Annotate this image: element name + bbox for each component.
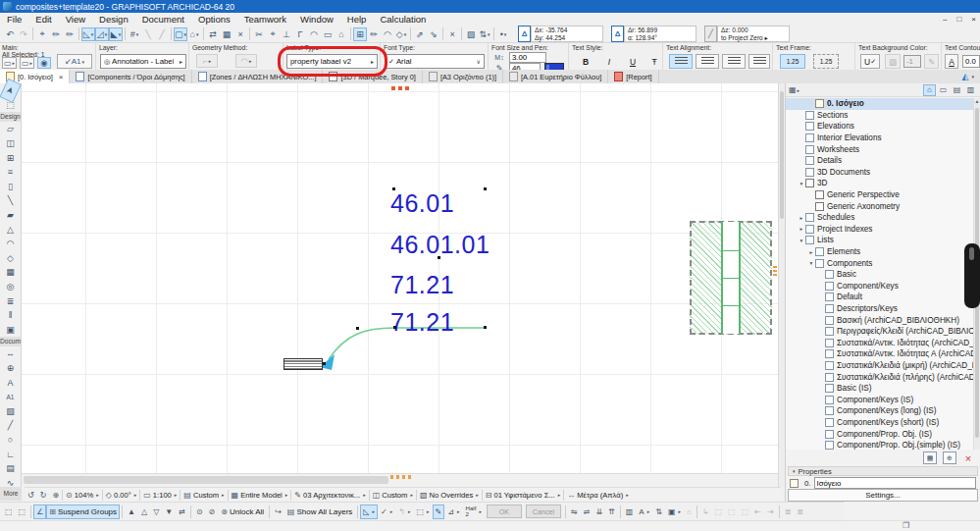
contour-toggle[interactable]: A — [945, 54, 958, 69]
gravity-icon[interactable]: ◺▾ — [81, 27, 95, 41]
bring-to-front[interactable]: ▲ — [125, 504, 138, 519]
frame-on-button[interactable]: 1.25 — [780, 54, 805, 69]
zoom-level[interactable]: ⊙104%▸ — [63, 489, 102, 502]
label-tool-indicator[interactable]: ↙A1▾ — [57, 54, 92, 69]
align-left[interactable]: ↳ — [699, 504, 712, 519]
lower-story-icon[interactable]: ⇘ — [427, 27, 440, 41]
floor-plan-canvas[interactable]: 46.0146.01.0171.2171.21 — [22, 83, 778, 487]
align-right-button[interactable] — [722, 54, 746, 69]
clear-icon[interactable]: × — [233, 27, 247, 41]
maximize-icon[interactable]: □ — [956, 15, 961, 24]
tab-6[interactable]: [Report] — [608, 70, 658, 83]
snap-reference[interactable]: ⊿▸ — [444, 504, 462, 519]
view-map-icon[interactable]: ▭ — [937, 84, 950, 96]
settings-dialog-icon[interactable]: ▭▸ — [2, 57, 17, 69]
render-preview-icon[interactable]: ▨ — [464, 27, 478, 41]
marquee-options-icon[interactable]: ▢▾ — [174, 27, 187, 41]
slab-tool[interactable]: ▰ — [0, 208, 21, 223]
beam-tool[interactable]: ╲ — [0, 193, 21, 208]
split-icon[interactable]: ✂ — [252, 27, 266, 41]
pen-set[interactable]: ✎03 Αρχιτεκτονικ...▸ — [291, 489, 368, 502]
tree-item-26[interactable]: Component/Keys (IS) — [786, 394, 973, 405]
unlock-elements[interactable]: ⊘ — [206, 504, 219, 519]
home-story[interactable]: ⌂ — [684, 504, 695, 519]
minimize-icon[interactable]: – — [943, 15, 947, 24]
polyline-tool[interactable]: ∟ — [0, 447, 21, 461]
inject-parameters-icon[interactable]: ✏ — [49, 27, 63, 41]
export-settings[interactable]: ⇈ — [605, 504, 618, 519]
guide-lines-toggle[interactable]: ↰▸ — [395, 504, 413, 519]
bg-color-icon[interactable]: ✎ — [924, 54, 939, 69]
transfer-parameters[interactable]: ⇋ — [568, 504, 581, 519]
tree-item-7[interactable]: ▾3D — [786, 178, 973, 189]
save-view-icon[interactable]: ▦ — [923, 451, 937, 464]
vscroll-thumb[interactable] — [780, 91, 784, 219]
underline-button[interactable]: U — [625, 54, 641, 69]
cancel-button[interactable]: Cancel — [526, 504, 561, 518]
favorites-icon[interactable]: ▭▸ — [20, 57, 34, 69]
tab-1[interactable]: [Components / Όροι Δόμησης] — [70, 70, 191, 83]
grid-snap-icon[interactable]: ⊞ — [353, 27, 367, 41]
tree-item-1[interactable]: Sections — [786, 110, 973, 122]
column-tool[interactable]: ▯ — [0, 180, 21, 194]
clone-folder-icon[interactable]: ⊕ — [943, 451, 956, 464]
send-backward[interactable]: ▽ — [150, 504, 162, 519]
tree-item-20[interactable]: Περιγραφείς/Κλειδί (ArchiCAD_ΒΙΒΛΙΟΘΗΚΗ) — [786, 326, 973, 338]
unlock-all[interactable]: ⊛Unlock All — [218, 504, 267, 519]
strikethrough-button[interactable]: Ŧ — [646, 54, 662, 69]
orientation[interactable]: ◇0.00°▸ — [103, 489, 140, 502]
italic-button[interactable]: I — [601, 54, 617, 69]
fill-tool[interactable]: ▨ — [0, 403, 21, 418]
tree-item-28[interactable]: Component/Keys (short) (IS) — [786, 417, 973, 429]
tab-3[interactable]: [3D / Marquee, Story 0] — [323, 70, 422, 83]
curve-edit-icon[interactable]: ◠ — [307, 27, 321, 41]
previous-zoom[interactable]: ↺ — [25, 489, 37, 502]
edit-elements[interactable]: ∠ — [33, 504, 46, 519]
font-size-field[interactable]: 3.00 — [509, 52, 546, 63]
align-center[interactable]: ⬚ — [712, 504, 726, 519]
tab-5[interactable]: [A.01 Ευρετήριο Φύλλου] — [503, 70, 608, 83]
guide-segment-icon[interactable]: ╱ — [155, 27, 169, 41]
publisher-sets-icon[interactable]: ▥ — [964, 84, 977, 96]
layout-book-icon[interactable]: ▤ — [951, 84, 963, 96]
snap-grid-icon[interactable]: #▾ — [128, 27, 141, 41]
section-flip-icon[interactable]: ⇅▾ — [478, 27, 491, 41]
tree-item-29[interactable]: Component/Prop. Obj. (IS) — [786, 428, 973, 440]
hide-layer[interactable]: ↪ — [272, 504, 284, 519]
tree-item-13[interactable]: ▸Elements — [786, 246, 973, 258]
tree-item-25[interactable]: Basic (IS) — [786, 383, 973, 395]
story-name-input[interactable] — [814, 477, 976, 489]
inject-parameters-2-icon[interactable]: ✏ — [63, 27, 77, 41]
gravity-status[interactable]: ◺▸ — [360, 504, 378, 519]
tab-4[interactable]: [A3 Οριζόντιο (1)] — [423, 70, 503, 83]
tree-item-19[interactable]: Βασική (ArchiCAD_ΒΙΒΛΙΟΘΗΚΗ) — [786, 314, 973, 326]
tree-item-10[interactable]: ▸Schedules — [786, 212, 973, 224]
menu-teamwork[interactable]: Teamwork — [237, 14, 293, 25]
structure-display[interactable]: ▤Custom▸ — [181, 489, 227, 502]
selection-handle[interactable] — [393, 326, 396, 329]
curtain-wall-tool[interactable]: ≡ — [0, 165, 21, 180]
adjust-icon[interactable]: ⌖ — [266, 27, 280, 41]
bold-button[interactable]: B — [578, 54, 593, 69]
label-type-dropdown[interactable]: property labael v2 ▸ — [286, 54, 378, 69]
mesh-tool[interactable]: ▦ — [0, 265, 21, 280]
model-view-options[interactable]: ◫Custom▸ — [370, 489, 416, 502]
editing-plane[interactable]: ✎ — [433, 504, 445, 519]
horizontal-scrollbar[interactable] — [22, 473, 778, 487]
snap-point-half[interactable]: Half2▸ — [462, 504, 485, 519]
tree-item-4[interactable]: Worksheets — [786, 143, 973, 155]
wall-tool[interactable]: ▱ — [0, 122, 21, 136]
dimension-style[interactable]: ↔Μέτρα (Απλά)▸ — [564, 489, 631, 502]
indent-less[interactable]: ⇤ — [751, 504, 764, 519]
morph-edit-icon[interactable]: ◇▾ — [394, 27, 408, 41]
label-tool[interactable]: A1 — [0, 390, 21, 404]
tree-item-8[interactable]: Generic Perspective — [786, 189, 973, 201]
align-justify[interactable]: ⬚ — [739, 504, 752, 519]
tree-item-12[interactable]: ▾Lists — [786, 235, 973, 246]
tree-item-17[interactable]: Default — [786, 292, 973, 303]
hscroll-thumb[interactable] — [24, 476, 388, 484]
stair-tool[interactable]: ≣ — [0, 293, 21, 308]
circle-tool[interactable]: ○ — [0, 433, 21, 448]
tree-item-9[interactable]: Generic Axonometry — [786, 200, 973, 212]
gravity-slab-icon[interactable]: ◣▾ — [109, 27, 123, 41]
